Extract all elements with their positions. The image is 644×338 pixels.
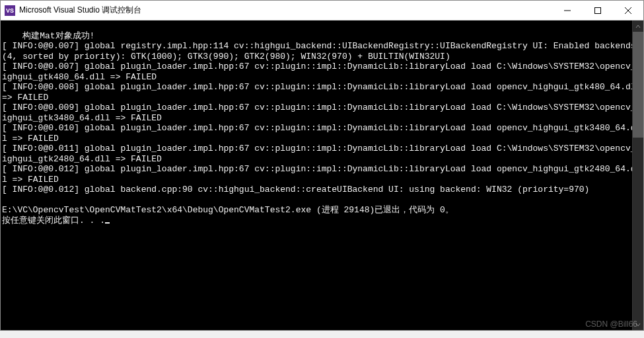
minimize-button[interactable] [552,1,583,20]
close-icon [625,7,631,14]
svg-rect-1 [595,7,601,13]
console-output[interactable]: 构建Mat对象成功! [ INFO:0@0.007] global regist… [1,21,643,330]
scroll-thumb[interactable] [633,32,643,138]
window-title: Microsoft Visual Studio 调试控制台 [19,5,141,16]
app-icon: VS [5,5,15,16]
console-text: 构建Mat对象成功! [ INFO:0@0.007] global regist… [2,31,643,226]
svg-line-2 [625,7,631,14]
chevron-up-icon [635,24,641,29]
app-icon-text: VS [6,7,14,14]
titlebar: VS Microsoft Visual Studio 调试控制台 [1,1,643,21]
watermark: CSDN @Bill66 [585,319,637,329]
cursor [105,222,110,224]
console-window: VS Microsoft Visual Studio 调试控制台 构建Mat对象… [0,0,644,331]
svg-line-3 [625,7,631,14]
close-button[interactable] [613,1,643,20]
maximize-button[interactable] [583,1,613,20]
scroll-up-button[interactable] [633,21,643,32]
minimize-icon [564,7,571,14]
scroll-track[interactable] [633,32,643,319]
window-controls [552,1,643,20]
maximize-icon [594,7,601,14]
scrollbar[interactable] [632,21,643,330]
